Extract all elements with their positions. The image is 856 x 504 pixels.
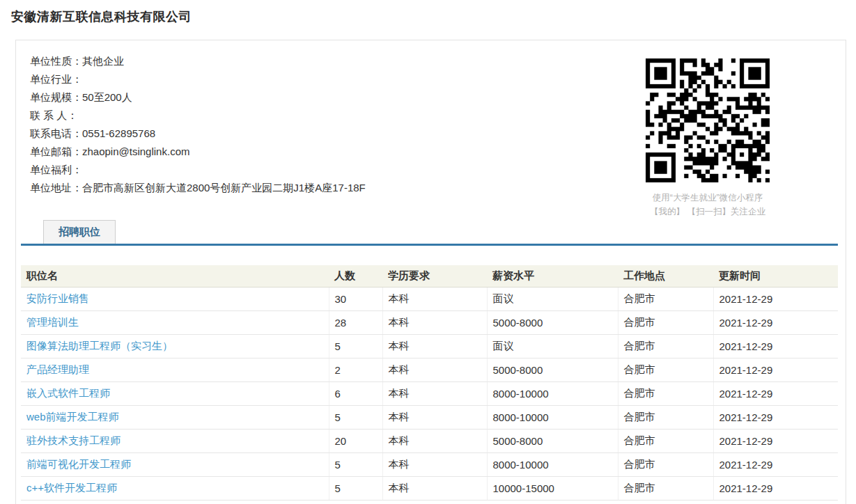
table-row: 管理培训生28本科5000-8000合肥市2021-12-29	[21, 311, 838, 335]
info-label: 联系电话：	[30, 127, 82, 139]
column-header: 职位名	[21, 265, 329, 288]
job-cell: 2021-12-29	[713, 453, 838, 477]
column-header: 学历要求	[382, 265, 487, 288]
job-cell: 合肥市	[618, 359, 713, 382]
tab-recruit-positions[interactable]: 招聘职位	[43, 220, 116, 244]
job-name-cell: web前端开发工程师	[21, 406, 329, 430]
job-cell: 28	[329, 311, 382, 335]
table-row: c++软件开发工程师5本科10000-15000合肥市2021-12-29	[21, 477, 838, 501]
job-cell: 10000-15000	[487, 477, 618, 501]
table-row: 产品经理助理2本科5000-8000合肥市2021-12-29	[21, 359, 838, 382]
job-link[interactable]: 前端可视化开发工程师	[26, 458, 131, 470]
job-cell: 本科	[382, 288, 487, 311]
job-cell: 本科	[382, 453, 487, 477]
column-header: 工作地点	[618, 265, 713, 288]
job-link[interactable]: c++软件开发工程师	[26, 482, 117, 494]
job-cell: 8000-10000	[487, 382, 618, 406]
job-cell: 本科	[382, 430, 487, 453]
table-row: web前端开发工程师5本科8000-10000合肥市2021-12-29	[21, 406, 838, 430]
table-row: 前端可视化开发工程师5本科8000-10000合肥市2021-12-29	[21, 453, 838, 477]
job-cell: 5	[329, 477, 382, 501]
info-label: 单位邮箱：	[30, 145, 82, 157]
info-label: 单位地址：	[30, 182, 82, 194]
table-row: 驻外技术支持工程师20本科5000-8000合肥市2021-12-29	[21, 430, 838, 453]
job-cell: 2021-12-29	[713, 382, 838, 406]
info-value: 其他企业	[82, 55, 124, 67]
job-cell: 5000-8000	[487, 359, 618, 382]
job-cell: 2021-12-29	[713, 477, 838, 501]
table-row: 安防行业销售30本科面议合肥市2021-12-29	[21, 288, 838, 311]
page-title: 安徽清新互联信息科技有限公司	[11, 8, 856, 25]
job-link[interactable]: 管理培训生	[26, 316, 79, 328]
job-cell: 20	[329, 430, 382, 453]
job-cell: 8000-10000	[487, 406, 618, 430]
job-cell: 2	[329, 359, 382, 382]
job-cell: 合肥市	[618, 453, 713, 477]
job-cell: 2021-12-29	[713, 288, 838, 311]
job-name-cell: 图像算法助理工程师（实习生）	[21, 335, 329, 359]
qr-caption-line2: 【我的】 【扫一扫】关注企业	[624, 205, 791, 219]
job-cell: 合肥市	[618, 430, 713, 453]
company-info-line: 单位邮箱：zhaopin@tsinglink.com	[30, 143, 615, 161]
job-cell: 面议	[487, 335, 618, 359]
info-label: 单位行业：	[30, 73, 82, 85]
table-row: 嵌入式软件工程师6本科8000-10000合肥市2021-12-29	[21, 382, 838, 406]
column-header: 人数	[329, 265, 382, 288]
job-link[interactable]: 图像算法助理工程师（实习生）	[26, 340, 173, 352]
job-cell: 本科	[382, 335, 487, 359]
company-info-line: 单位规模：50至200人	[30, 88, 615, 107]
job-cell: 合肥市	[618, 311, 713, 335]
company-info-line: 单位地址：合肥市高新区创新大道2800号创新产业园二期J1楼A座17-18F	[30, 179, 615, 197]
job-cell: 5000-8000	[487, 311, 618, 335]
company-info-line: 联系电话：0551-62895768	[30, 125, 615, 143]
company-info-line: 单位福利：	[30, 161, 615, 179]
job-cell: 5	[329, 406, 382, 430]
job-link[interactable]: 产品经理助理	[26, 363, 89, 375]
job-link[interactable]: 驻外技术支持工程师	[26, 434, 120, 446]
job-name-cell: 管理培训生	[21, 311, 329, 335]
job-name-cell: c++软件开发工程师	[21, 477, 329, 501]
job-cell: 5	[329, 335, 382, 359]
job-name-cell: 驻外技术支持工程师	[21, 430, 329, 453]
job-name-cell: 安防行业销售	[21, 288, 329, 311]
job-cell: 2021-12-29	[713, 359, 838, 382]
info-label: 联 系 人：	[30, 109, 77, 121]
info-value: 合肥市高新区创新大道2800号创新产业园二期J1楼A座17-18F	[82, 182, 366, 194]
job-cell: 6	[329, 382, 382, 406]
info-value: 0551-62895768	[82, 127, 155, 139]
job-cell: 本科	[382, 406, 487, 430]
company-card: 单位性质：其他企业单位行业：单位规模：50至200人联 系 人：联系电话：055…	[15, 40, 846, 504]
job-cell: 2021-12-29	[713, 406, 838, 430]
job-cell: 合肥市	[618, 382, 713, 406]
job-name-cell: 嵌入式软件工程师	[21, 382, 329, 406]
info-label: 单位规模：	[30, 91, 82, 103]
tab-bar: 招聘职位	[21, 220, 838, 246]
job-cell: 合肥市	[618, 288, 713, 311]
job-cell: 2021-12-29	[713, 335, 838, 359]
table-header-row: 职位名人数学历要求薪资水平工作地点更新时间	[21, 265, 838, 288]
job-cell: 本科	[382, 477, 487, 501]
info-label: 单位性质：	[30, 55, 82, 67]
job-link[interactable]: web前端开发工程师	[26, 411, 119, 423]
job-cell: 合肥市	[618, 477, 713, 501]
job-cell: 本科	[382, 311, 487, 335]
job-cell: 合肥市	[618, 406, 713, 430]
job-cell: 5	[329, 453, 382, 477]
job-cell: 面议	[487, 288, 618, 311]
job-cell: 2021-12-29	[713, 430, 838, 453]
qr-caption: 使用“大学生就业”微信小程序 【我的】 【扫一扫】关注企业	[624, 191, 791, 219]
job-cell: 30	[329, 288, 382, 311]
job-link[interactable]: 嵌入式软件工程师	[26, 387, 110, 399]
info-value: zhaopin@tsinglink.com	[82, 145, 189, 157]
info-label: 单位福利：	[30, 164, 82, 175]
company-info-list: 单位性质：其他企业单位行业：单位规模：50至200人联 系 人：联系电话：055…	[16, 40, 615, 197]
company-info-line: 单位性质：其他企业	[30, 52, 615, 70]
job-name-cell: 产品经理助理	[21, 359, 329, 382]
column-header: 更新时间	[713, 265, 838, 288]
jobs-table: 职位名人数学历要求薪资水平工作地点更新时间 安防行业销售30本科面议合肥市202…	[21, 265, 838, 501]
column-header: 薪资水平	[487, 265, 618, 288]
company-info-line: 联 系 人：	[30, 107, 615, 125]
qr-block: 使用“大学生就业”微信小程序 【我的】 【扫一扫】关注企业	[624, 58, 791, 219]
job-cell: 8000-10000	[487, 453, 618, 477]
job-link[interactable]: 安防行业销售	[26, 292, 89, 304]
